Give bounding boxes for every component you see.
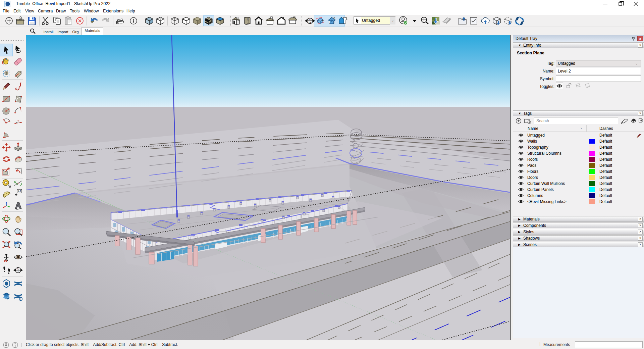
svg-text:C: C: [309, 18, 311, 20]
svg-text:A1: A1: [17, 190, 21, 193]
svg-text:↕: ↕: [18, 270, 19, 272]
svg-text:A B: A B: [308, 22, 311, 24]
svg-text:C: C: [17, 267, 19, 270]
